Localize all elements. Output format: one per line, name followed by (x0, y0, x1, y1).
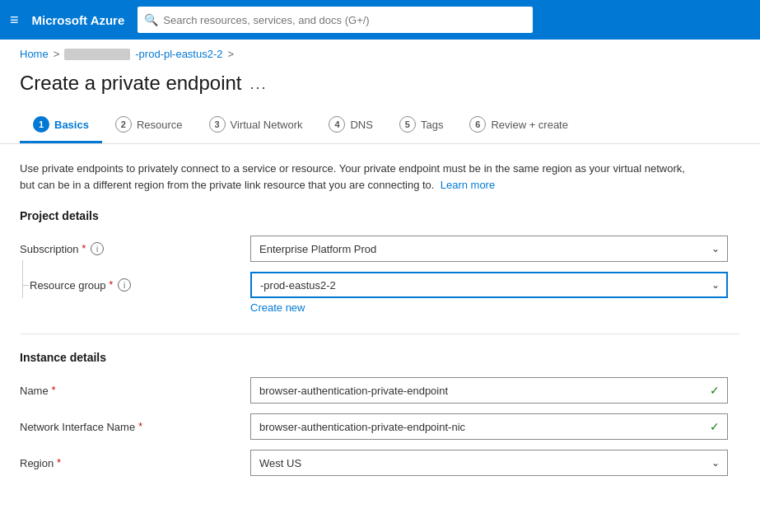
resource-group-field-block: -prod-eastus2-2 ⌄ Create new (250, 272, 728, 314)
description-text: Use private endpoints to privately conne… (20, 161, 695, 193)
region-row: Region * West US ⌄ (20, 450, 740, 476)
resource-group-info-icon[interactable]: i (118, 278, 131, 292)
page-title: Create a private endpoint (20, 72, 242, 95)
hamburger-icon: ≡ (10, 12, 19, 29)
nic-required: * (138, 421, 142, 432)
nic-label: Network Interface Name (20, 421, 135, 433)
subscription-info-icon[interactable]: i (91, 242, 104, 255)
instance-details-section: Instance details Name * ✓ Network Interf… (20, 351, 740, 476)
tab-label-3: Virtual Network (231, 119, 303, 131)
breadcrumb-sep-1: > (54, 48, 60, 60)
tab-dns[interactable]: 4 DNS (315, 108, 385, 143)
breadcrumb-resource[interactable]: -prod-pl-eastus2-2 (135, 48, 222, 60)
tab-label-6: Review + create (491, 119, 568, 131)
label-col: Subscription * i Resource group * i (20, 236, 250, 314)
region-dropdown-wrap: West US ⌄ (250, 450, 728, 476)
region-dropdown[interactable]: West US (250, 450, 728, 476)
project-fields-block: Subscription * i Resource group * i Ente… (20, 236, 740, 314)
name-field-wrap: ✓ (250, 377, 728, 404)
breadcrumb-home[interactable]: Home (20, 48, 49, 60)
tab-label-2: Resource (137, 119, 183, 131)
description-body: Use private endpoints to privately conne… (20, 162, 685, 191)
name-input[interactable] (250, 377, 728, 404)
search-bar[interactable]: 🔍 (138, 7, 533, 33)
more-options-button[interactable]: ... (250, 76, 268, 93)
nic-field-wrap: ✓ (250, 413, 728, 440)
name-label: Name (20, 385, 49, 397)
learn-more-link[interactable]: Learn more (441, 179, 495, 191)
tab-tags[interactable]: 5 Tags (386, 108, 456, 143)
region-label: Region (20, 457, 54, 469)
region-field-wrap: West US ⌄ (250, 450, 728, 476)
tab-num-4: 4 (329, 116, 345, 133)
instance-details-title: Instance details (20, 351, 740, 364)
nic-input[interactable] (250, 413, 728, 440)
project-details-title: Project details (20, 209, 740, 222)
resource-group-dropdown-wrap: -prod-eastus2-2 ⌄ (250, 272, 728, 298)
subscription-label-row: Subscription * i (20, 236, 250, 262)
name-label-group: Name * (20, 385, 250, 397)
hamburger-menu[interactable]: ≡ (10, 12, 19, 29)
tab-label-4: DNS (350, 119, 372, 131)
tab-basics[interactable]: 1 Basics (20, 108, 102, 143)
breadcrumb-redacted (64, 49, 130, 60)
name-row: Name * ✓ (20, 377, 740, 404)
name-required: * (52, 385, 56, 396)
field-col: Enterprise Platform Prod ⌄ -prod-eastus2… (250, 236, 728, 314)
tab-num-6: 6 (469, 116, 486, 133)
subscription-required: * (82, 243, 86, 254)
breadcrumb: Home > -prod-pl-eastus2-2 > (0, 40, 760, 65)
divider-1 (20, 334, 740, 334)
tab-label-5: Tags (421, 119, 443, 131)
create-new-link[interactable]: Create new (250, 301, 305, 314)
tabs-bar: 1 Basics 2 Resource 3 Virtual Network 4 … (0, 108, 760, 144)
subscription-dropdown[interactable]: Enterprise Platform Prod (250, 236, 728, 262)
tab-review-create[interactable]: 6 Review + create (456, 108, 581, 143)
content-area: Use private endpoints to privately conne… (0, 144, 760, 516)
tab-resource[interactable]: 2 Resource (102, 108, 196, 143)
resource-group-dropdown[interactable]: -prod-eastus2-2 (250, 272, 728, 298)
tab-num-5: 5 (399, 116, 416, 133)
resource-group-label: Resource group (30, 279, 106, 292)
subscription-label: Subscription (20, 243, 79, 255)
tab-label-1: Basics (54, 119, 89, 131)
tab-num-1: 1 (33, 116, 49, 133)
search-input[interactable] (163, 14, 526, 26)
nic-label-group: Network Interface Name * (20, 421, 250, 433)
page-header: Create a private endpoint ... (0, 65, 760, 108)
resource-group-label-row: Resource group * i (20, 272, 250, 298)
breadcrumb-sep-2: > (228, 48, 235, 60)
subscription-dropdown-wrap: Enterprise Platform Prod ⌄ (250, 236, 728, 262)
resource-group-required: * (110, 279, 114, 291)
tab-virtual-network[interactable]: 3 Virtual Network (196, 108, 316, 143)
search-icon: 🔍 (144, 13, 158, 26)
name-dropdown-wrap: ✓ (250, 377, 728, 404)
tab-num-2: 2 (115, 116, 132, 133)
nic-dropdown-wrap: ✓ (250, 413, 728, 440)
app-title: Microsoft Azure (32, 13, 125, 27)
region-label-group: Region * (20, 457, 250, 469)
nic-row: Network Interface Name * ✓ (20, 413, 740, 440)
tab-num-3: 3 (209, 116, 226, 133)
project-details-section: Project details Subscription * i Resourc… (20, 209, 740, 314)
topbar: ≡ Microsoft Azure 🔍 (0, 0, 760, 40)
region-required: * (57, 457, 61, 469)
